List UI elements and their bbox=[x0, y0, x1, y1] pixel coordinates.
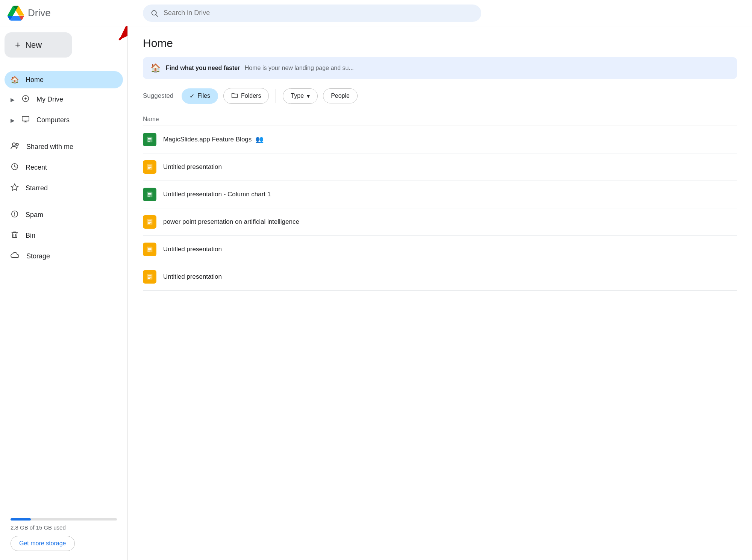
home-icon: 🏠 bbox=[11, 76, 19, 84]
get-more-storage-button[interactable]: Get more storage bbox=[11, 536, 75, 551]
file-row[interactable]: Untitled presentation bbox=[143, 236, 737, 263]
file-icon-slides-yellow bbox=[143, 243, 156, 256]
svg-point-9 bbox=[16, 143, 18, 146]
star-icon bbox=[11, 183, 19, 193]
recent-icon bbox=[11, 162, 19, 173]
folders-filter-button[interactable]: Folders bbox=[223, 88, 269, 104]
sidebar-item-home[interactable]: 🏠 Home bbox=[5, 71, 123, 88]
sidebar-item-starred[interactable]: Starred bbox=[5, 179, 123, 198]
sidebar: + New 🏠 Home ▶ My Drive bbox=[0, 26, 128, 560]
plus-icon: + bbox=[15, 39, 21, 51]
svg-rect-5 bbox=[22, 117, 29, 121]
file-name: power point presentation on artificial i… bbox=[163, 218, 299, 226]
sidebar-item-recent[interactable]: Recent bbox=[5, 158, 123, 177]
sidebar-item-spam[interactable]: Spam bbox=[5, 205, 123, 225]
folder-icon bbox=[231, 92, 238, 100]
sidebar-item-label: Home bbox=[26, 76, 44, 84]
storage-bar-background bbox=[11, 518, 117, 521]
file-name: Untitled presentation bbox=[163, 163, 222, 171]
people-filter-label: People bbox=[331, 93, 350, 99]
computers-icon bbox=[21, 115, 30, 125]
expand-arrow-icon: ▶ bbox=[11, 97, 15, 103]
file-name: MagicSlides.app Feature Blogs 👥 bbox=[163, 135, 264, 144]
sidebar-item-label: Recent bbox=[26, 164, 47, 171]
file-row[interactable]: Untitled presentation bbox=[143, 263, 737, 291]
app-title: Drive bbox=[28, 7, 51, 19]
file-row[interactable]: Untitled presentation bbox=[143, 153, 737, 181]
sidebar-item-computers[interactable]: ▶ Computers bbox=[5, 111, 123, 130]
type-filter-button[interactable]: Type ▾ bbox=[283, 88, 318, 104]
svg-point-14 bbox=[14, 215, 15, 216]
file-row[interactable]: MagicSlides.app Feature Blogs 👥 bbox=[143, 126, 737, 153]
sidebar-item-label: Spam bbox=[26, 211, 43, 219]
page-title: Home bbox=[143, 37, 737, 50]
shared-icon bbox=[11, 142, 20, 152]
chevron-down-icon: ▾ bbox=[307, 93, 310, 100]
search-icon bbox=[150, 9, 158, 17]
top-bar: Drive bbox=[0, 0, 752, 26]
svg-line-1 bbox=[156, 14, 158, 16]
banner-text: Find what you need faster Home is your n… bbox=[166, 65, 354, 71]
file-name: Untitled presentation bbox=[163, 273, 222, 281]
drive-logo-icon bbox=[8, 5, 24, 21]
sidebar-item-label: Starred bbox=[26, 184, 48, 192]
sidebar-item-my-drive[interactable]: ▶ My Drive bbox=[5, 90, 123, 109]
storage-bar-fill bbox=[11, 518, 31, 521]
svg-point-8 bbox=[12, 143, 15, 146]
filter-separator bbox=[276, 89, 276, 103]
suggested-label: Suggested bbox=[143, 92, 173, 100]
search-input[interactable] bbox=[164, 9, 474, 17]
file-name: Untitled presentation - Column chart 1 bbox=[163, 191, 271, 198]
info-banner: 🏠 Find what you need faster Home is your… bbox=[143, 57, 737, 79]
cloud-icon bbox=[11, 251, 20, 261]
storage-usage-text: 2.8 GB of 15 GB used bbox=[11, 524, 117, 531]
banner-home-icon: 🏠 bbox=[150, 63, 161, 73]
file-name: Untitled presentation bbox=[163, 246, 222, 253]
file-icon-slides-yellow bbox=[143, 160, 156, 174]
banner-subtext: Home is your new landing page and su... bbox=[245, 65, 354, 71]
checkmark-icon: ✓ bbox=[190, 93, 194, 100]
sidebar-item-label: Bin bbox=[26, 232, 35, 240]
storage-area: 2.8 GB of 15 GB used Get more storage bbox=[5, 512, 123, 554]
arrow-annotation bbox=[97, 26, 128, 51]
logo-area: Drive bbox=[8, 5, 135, 21]
shared-people-icon: 👥 bbox=[255, 135, 264, 144]
new-button-label: New bbox=[25, 40, 42, 50]
main-area: + New 🏠 Home ▶ My Drive bbox=[0, 26, 752, 560]
sidebar-item-label: Computers bbox=[36, 116, 70, 124]
sidebar-item-label: My Drive bbox=[36, 96, 63, 103]
sidebar-item-storage[interactable]: Storage bbox=[5, 247, 123, 266]
bin-icon bbox=[11, 231, 19, 241]
sidebar-item-shared[interactable]: Shared with me bbox=[5, 137, 123, 156]
filter-row: Suggested ✓ Files Folders Type ▾ People bbox=[143, 88, 737, 104]
search-bar[interactable] bbox=[143, 5, 481, 22]
sidebar-item-bin[interactable]: Bin bbox=[5, 226, 123, 245]
type-filter-label: Type bbox=[291, 93, 304, 99]
content-area: Home 🏠 Find what you need faster Home is… bbox=[128, 26, 752, 560]
files-filter-button[interactable]: ✓ Files bbox=[182, 88, 218, 104]
people-filter-button[interactable]: People bbox=[323, 88, 358, 103]
svg-point-4 bbox=[24, 97, 27, 100]
file-icon-slides-green bbox=[143, 188, 156, 201]
sidebar-item-label: Storage bbox=[26, 252, 50, 260]
my-drive-icon bbox=[21, 94, 30, 105]
file-icon-slides-green bbox=[143, 133, 156, 146]
sidebar-item-label: Shared with me bbox=[26, 143, 73, 151]
folders-filter-label: Folders bbox=[241, 93, 261, 99]
file-row[interactable]: Untitled presentation - Column chart 1 bbox=[143, 181, 737, 208]
spam-icon bbox=[11, 210, 19, 220]
files-table-header: Name bbox=[143, 113, 737, 126]
file-icon-slides-yellow bbox=[143, 270, 156, 284]
files-filter-label: Files bbox=[197, 93, 210, 99]
new-button[interactable]: + New bbox=[5, 32, 72, 58]
file-icon-slides-yellow bbox=[143, 215, 156, 229]
expand-arrow-icon: ▶ bbox=[11, 117, 15, 123]
svg-marker-11 bbox=[11, 184, 18, 190]
file-row[interactable]: power point presentation on artificial i… bbox=[143, 208, 737, 236]
